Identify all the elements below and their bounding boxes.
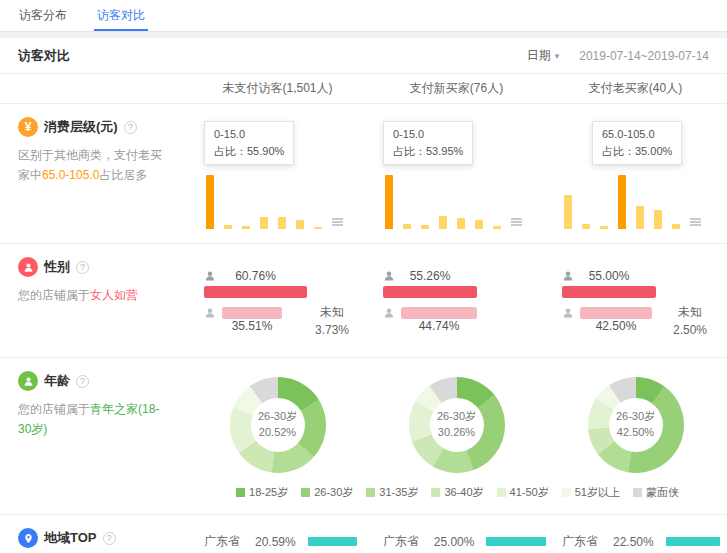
location-pin-icon [18, 528, 38, 548]
panel-header: 访客对比 日期 ▾ 2019-07-14~2019-07-14 [0, 38, 727, 74]
legend-color-swatch [366, 488, 375, 497]
unknown-percentage: 2.50% [673, 321, 707, 339]
legend-color-swatch [562, 488, 571, 497]
tooltip-range: 0-15.0 [393, 126, 463, 143]
legend-item-36-40[interactable]: 36-40岁 [431, 485, 483, 500]
age-chart-col-new-buyers: 26-30岁 30.26% [367, 371, 546, 473]
consume-chart-col-unpaid: 0-15.0 占比：55.90% [188, 117, 367, 229]
age-label-block: 年龄 ? 您的店铺属于青年之家(18-30岁) [0, 371, 188, 473]
section-region-top: 地域TOP ? 您的访客聚集在广东省 广东省 20.59% 浙江省 11.06%… [0, 515, 727, 553]
top-tabbar: 访客分布 访客对比 [0, 0, 727, 32]
female-bar [383, 286, 477, 298]
male-bar [222, 307, 282, 319]
region-name: 广东省 [204, 533, 248, 550]
table-toggle-icon[interactable] [511, 217, 522, 227]
male-person-icon [383, 307, 395, 319]
legend-color-swatch [236, 488, 245, 497]
column-header-new-buyers: 支付新买家(76人) [367, 80, 546, 97]
age-chart-col-old-buyers: 26-30岁 42.50% [546, 371, 725, 473]
tooltip-range: 65.0-105.0 [602, 126, 672, 143]
consume-description: 区别于其他商类，支付老买家中65.0-105.0占比居多 [18, 146, 170, 186]
gender-chart-col-new-buyers: 55.26% 44.74% 未知 [367, 257, 546, 343]
help-icon[interactable]: ? [76, 375, 89, 388]
person-icon [18, 371, 38, 391]
male-percentage: 42.50% [580, 319, 652, 333]
region-bar [666, 537, 720, 546]
legend-label: 蒙面侠 [646, 485, 679, 500]
age-donut-chart: 26-30岁 20.52% [230, 377, 326, 473]
legend-color-swatch [431, 488, 440, 497]
chevron-down-icon: ▾ [555, 51, 560, 61]
gender-description: 您的店铺属于女人如营 [18, 286, 170, 306]
region-list-col-new-buyers: 广东省 25.00% 浙江省 11.84% [367, 528, 546, 553]
region-bar [486, 537, 546, 546]
visitor-comparison-panel: 访客对比 日期 ▾ 2019-07-14~2019-07-14 未支付访客(1,… [0, 38, 727, 553]
date-area: 日期 ▾ 2019-07-14~2019-07-14 [527, 47, 709, 64]
legend-item-26-30[interactable]: 26-30岁 [301, 485, 353, 500]
tooltip-share: 占比：55.90% [214, 143, 284, 160]
male-person-icon [562, 307, 574, 319]
yuan-icon: ¥ [18, 117, 38, 137]
age-donut-chart: 26-30岁 30.26% [409, 377, 505, 473]
legend-item-41-50[interactable]: 41-50岁 [497, 485, 549, 500]
female-bar [562, 286, 656, 298]
donut-center-value: 20.52% [259, 425, 296, 441]
female-percentage: 60.76% [204, 269, 307, 283]
region-percentage: 22.50% [613, 535, 659, 549]
table-toggle-icon[interactable] [332, 217, 343, 227]
donut-center: 26-30岁 42.50% [609, 398, 663, 452]
female-percentage: 55.00% [562, 269, 656, 283]
legend-label: 36-40岁 [444, 485, 483, 500]
date-label: 日期 [527, 47, 551, 64]
region-row: 广东省 20.59% [204, 530, 367, 553]
legend-item-unknown[interactable]: 蒙面侠 [633, 485, 679, 500]
female-bar [204, 286, 307, 298]
consume-label-block: ¥ 消费层级(元) ? 区别于其他商类，支付老买家中65.0-105.0占比居多 [0, 117, 188, 229]
donut-center-label: 26-30岁 [616, 409, 655, 425]
legend-item-31-35[interactable]: 31-35岁 [366, 485, 418, 500]
tab-visitor-distribution[interactable]: 访客分布 [4, 0, 82, 31]
donut-center-label: 26-30岁 [437, 409, 476, 425]
region-list-col-old-buyers: 广东省 22.50% 福建省 10.00% [546, 528, 725, 553]
donut-center-value: 30.26% [438, 425, 475, 441]
help-icon[interactable]: ? [103, 532, 116, 545]
legend-color-swatch [633, 488, 642, 497]
legend-item-18-25[interactable]: 18-25岁 [236, 485, 288, 500]
region-row: 广东省 25.00% [383, 530, 546, 553]
legend-item-51-plus[interactable]: 51岁以上 [562, 485, 620, 500]
legend-label: 41-50岁 [510, 485, 549, 500]
section-title-gender: 性别 [44, 258, 70, 276]
age-donut-chart: 26-30岁 42.50% [588, 377, 684, 473]
age-legend: 18-25岁 26-30岁 31-35岁 36-40岁 41-50岁 51岁以上… [188, 485, 727, 500]
region-bar [308, 537, 357, 546]
consume-chart-col-old-buyers: 65.0-105.0 占比：35.00% [546, 117, 725, 229]
table-toggle-icon[interactable] [690, 217, 701, 227]
legend-label: 18-25岁 [249, 485, 288, 500]
gender-chart-col-unpaid: 60.76% 35.51% 未知 3.73% [188, 257, 367, 343]
gender-chart-col-old-buyers: 55.00% 42.50% 未知 2.50% [546, 257, 725, 343]
help-icon[interactable]: ? [124, 121, 137, 134]
donut-center-value: 42.50% [617, 425, 654, 441]
help-icon[interactable]: ? [76, 261, 89, 274]
male-percentage: 44.74% [401, 319, 477, 333]
chart-tooltip: 0-15.0 占比：55.90% [204, 121, 294, 165]
section-title-consume: 消费层级(元) [44, 118, 118, 136]
female-person-icon [562, 270, 574, 282]
section-gender: 性别 ? 您的店铺属于女人如营 60.76% 35.51% [0, 244, 727, 358]
legend-color-swatch [301, 488, 310, 497]
date-selector[interactable]: 日期 ▾ [527, 47, 560, 64]
region-name: 广东省 [383, 533, 427, 550]
tab-visitor-comparison[interactable]: 访客对比 [82, 0, 160, 31]
unknown-label: 未知 [315, 303, 349, 321]
donut-center-label: 26-30岁 [258, 409, 297, 425]
donut-center: 26-30岁 20.52% [251, 398, 305, 452]
female-person-icon [383, 270, 395, 282]
column-header-old-buyers: 支付老买家(40人) [546, 80, 725, 97]
column-header-unpaid: 未支付访客(1,501人) [188, 80, 367, 97]
section-consume-level: ¥ 消费层级(元) ? 区别于其他商类，支付老买家中65.0-105.0占比居多… [0, 104, 727, 244]
region-row: 广东省 22.50% [562, 530, 725, 553]
legend-color-swatch [497, 488, 506, 497]
chart-tooltip: 0-15.0 占比：53.95% [383, 121, 473, 165]
age-chart-col-unpaid: 26-30岁 20.52% [188, 371, 367, 473]
unknown-percentage: 3.73% [315, 321, 349, 339]
